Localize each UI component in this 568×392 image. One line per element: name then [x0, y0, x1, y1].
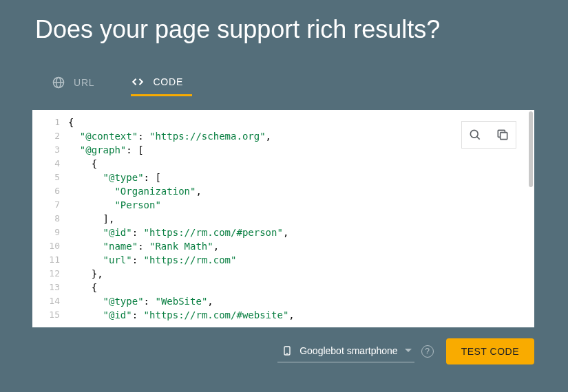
svg-rect-5 [501, 133, 507, 140]
rich-results-test: Does your page support rich results? URL… [0, 0, 568, 392]
smartphone-icon [282, 344, 293, 358]
user-agent-label: Googlebot smartphone [299, 345, 397, 356]
code-icon [131, 75, 145, 89]
code-editor[interactable]: 123456789101112131415 { "@context": "htt… [32, 110, 534, 327]
input-tabs: URL CODE [52, 69, 568, 96]
line-number-gutter: 123456789101112131415 [32, 110, 64, 327]
search-icon[interactable] [468, 128, 482, 142]
tab-code-label: CODE [153, 76, 183, 87]
tab-code[interactable]: CODE [131, 69, 192, 96]
scrollbar-thumb[interactable] [529, 111, 533, 187]
svg-line-4 [477, 137, 480, 140]
globe-icon [52, 76, 65, 89]
help-icon[interactable]: ? [421, 345, 434, 358]
page-title: Does your page support rich results? [0, 0, 568, 44]
user-agent-selector[interactable]: Googlebot smartphone [277, 340, 414, 362]
footer-controls: Googlebot smartphone ? TEST CODE [32, 327, 534, 375]
copy-icon[interactable] [496, 128, 509, 142]
chevron-down-icon [405, 349, 412, 352]
test-code-button[interactable]: TEST CODE [446, 338, 534, 364]
code-toolbar [461, 121, 516, 149]
tab-url[interactable]: URL [52, 69, 103, 96]
svg-point-3 [470, 130, 478, 138]
tab-url-label: URL [74, 77, 94, 88]
